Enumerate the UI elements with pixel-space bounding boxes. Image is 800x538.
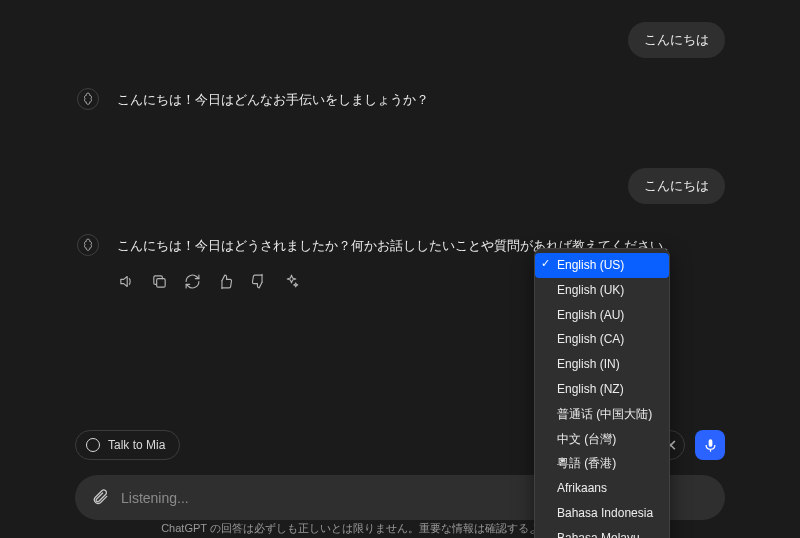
copy-icon[interactable] — [150, 272, 168, 290]
language-option[interactable]: English (CA) — [535, 327, 669, 352]
read-aloud-icon[interactable] — [117, 272, 135, 290]
assistant-message-text: こんにちは！今日はどんなお手伝いをしましょうか？ — [117, 88, 725, 112]
composer-status: Listening... — [121, 490, 189, 506]
user-message-bubble: こんにちは — [628, 22, 725, 58]
language-option[interactable]: English (IN) — [535, 352, 669, 377]
language-option[interactable]: English (AU) — [535, 303, 669, 328]
language-option[interactable]: English (NZ) — [535, 377, 669, 402]
mic-button[interactable] — [695, 430, 725, 460]
language-option[interactable]: 粵語 (香港) — [535, 451, 669, 476]
assistant-avatar-icon — [77, 88, 99, 110]
svg-rect-0 — [156, 278, 165, 287]
language-option[interactable]: 中文 (台灣) — [535, 427, 669, 452]
language-option[interactable]: Bahasa Melayu — [535, 526, 669, 538]
user-message-row: こんにちは — [75, 168, 725, 204]
user-message-bubble: こんにちは — [628, 168, 725, 204]
language-option[interactable]: English (US) — [535, 253, 669, 278]
assistant-avatar-icon — [77, 234, 99, 256]
language-option[interactable]: Bahasa Indonesia — [535, 501, 669, 526]
talk-to-mia-label: Talk to Mia — [108, 438, 165, 452]
language-option[interactable]: English (UK) — [535, 278, 669, 303]
ring-icon — [86, 438, 100, 452]
talk-to-mia-button[interactable]: Talk to Mia — [75, 430, 180, 460]
thumbs-down-icon[interactable] — [249, 272, 267, 290]
regenerate-icon[interactable] — [183, 272, 201, 290]
thumbs-up-icon[interactable] — [216, 272, 234, 290]
user-message-row: こんにちは — [75, 22, 725, 58]
sparkle-icon[interactable] — [282, 272, 300, 290]
language-option[interactable]: 普通话 (中国大陆) — [535, 402, 669, 427]
attach-icon[interactable] — [91, 487, 109, 508]
language-option[interactable]: Afrikaans — [535, 476, 669, 501]
assistant-message-row: こんにちは！今日はどんなお手伝いをしましょうか？ — [75, 88, 725, 112]
disclaimer-text: ChatGPT の回答は必ずしも正しいとは限りません。重要な情報は確認するように… — [0, 521, 800, 536]
language-dropdown[interactable]: English (US)English (UK)English (AU)Engl… — [534, 248, 670, 538]
